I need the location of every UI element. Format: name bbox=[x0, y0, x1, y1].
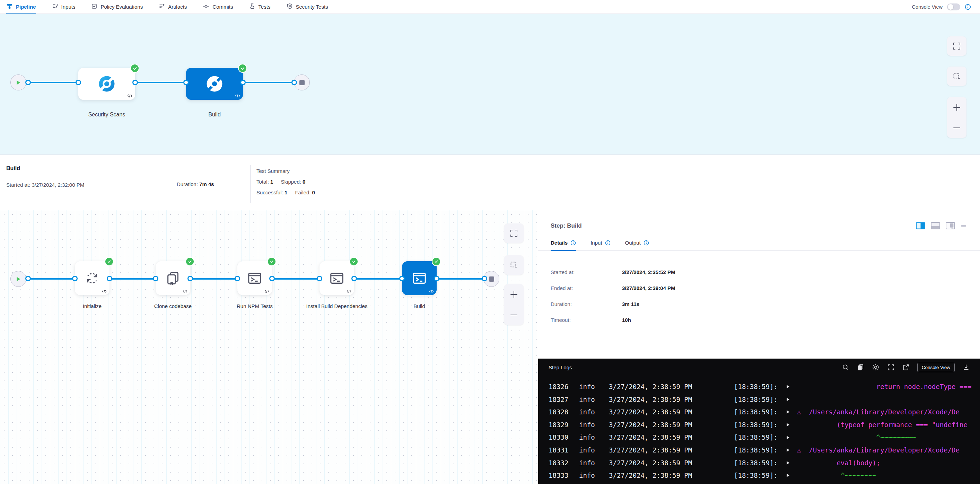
zoom-out-button[interactable] bbox=[947, 117, 966, 138]
port bbox=[235, 276, 240, 281]
tab-output[interactable]: Output bbox=[625, 240, 649, 251]
tab-label: Policy Evaluations bbox=[100, 4, 143, 10]
stage-node-security-scans[interactable] bbox=[78, 68, 135, 100]
expand-line-icon[interactable] bbox=[787, 457, 797, 470]
log-row: 18329info3/27/2024, 2:38:59 PM[18:38:59]… bbox=[549, 419, 980, 431]
pipeline-start-node[interactable] bbox=[10, 75, 26, 90]
zoom-in-button[interactable] bbox=[947, 97, 966, 117]
stage-connector-line bbox=[21, 82, 298, 83]
detail-value: 3/27/2024, 2:35:52 PM bbox=[622, 269, 967, 275]
detail-label: Timeout: bbox=[550, 317, 622, 323]
expand-line-icon[interactable] bbox=[787, 469, 797, 482]
download-logs-icon[interactable] bbox=[963, 364, 970, 371]
fullscreen-icon bbox=[510, 229, 518, 237]
info-icon[interactable] bbox=[644, 240, 649, 246]
canvas-zoom-controls bbox=[504, 284, 523, 325]
expand-line-icon[interactable] bbox=[787, 406, 797, 419]
zoom-in-button[interactable] bbox=[504, 284, 523, 305]
logs-fullscreen-icon[interactable] bbox=[888, 364, 894, 371]
canvas-select-button[interactable] bbox=[504, 255, 523, 275]
info-icon[interactable] bbox=[965, 4, 971, 10]
step-panel-header: Step: Build bbox=[538, 210, 980, 229]
expand-line-icon[interactable] bbox=[787, 393, 797, 406]
stage-start-node[interactable] bbox=[10, 271, 26, 287]
test-summary-title: Test Summary bbox=[256, 166, 315, 176]
pipeline-icon bbox=[6, 3, 13, 11]
settings-gear-icon[interactable] bbox=[872, 363, 880, 371]
tab-input[interactable]: Input bbox=[590, 240, 610, 251]
layout-right-split-button[interactable] bbox=[916, 222, 925, 229]
step-logs-header: Step Logs Console View bbox=[538, 359, 980, 376]
detail-label: Duration: bbox=[550, 301, 622, 307]
stage-label-build: Build bbox=[180, 111, 249, 118]
tab-artifacts[interactable]: Artifacts bbox=[159, 0, 187, 14]
log-row: 18327info3/27/2024, 2:38:59 PM[18:38:59]… bbox=[549, 393, 980, 406]
info-icon[interactable] bbox=[605, 240, 611, 246]
artifacts-icon bbox=[159, 3, 165, 10]
stage-summary: Build Started at: 3/27/2024, 2:32:00 PM … bbox=[0, 154, 980, 210]
canvas-select-button[interactable] bbox=[947, 67, 966, 86]
stage-node-build[interactable] bbox=[186, 68, 243, 100]
canvas-fullscreen-button[interactable] bbox=[504, 224, 523, 243]
layout-bottom-split-button[interactable] bbox=[931, 222, 940, 229]
tab-label: Security Tests bbox=[296, 4, 328, 10]
success-badge bbox=[432, 257, 441, 266]
logs-actions: Console View bbox=[842, 363, 970, 372]
step-label-initialize: Initialize bbox=[59, 303, 125, 310]
log-row: 18330info3/27/2024, 2:38:59 PM[18:38:59]… bbox=[549, 431, 980, 444]
expand-line-icon[interactable] bbox=[787, 419, 797, 431]
summary-divider bbox=[250, 165, 251, 203]
expand-line-icon[interactable] bbox=[787, 381, 797, 393]
stage-label-security-scans: Security Scans bbox=[72, 111, 142, 118]
initialize-icon bbox=[84, 270, 100, 286]
step-node-install-build-dependencies[interactable] bbox=[320, 261, 354, 295]
search-icon[interactable] bbox=[842, 364, 849, 371]
expand-line-icon[interactable] bbox=[787, 444, 797, 457]
flask-icon bbox=[249, 3, 255, 10]
tab-label: Pipeline bbox=[16, 4, 36, 10]
info-icon[interactable] bbox=[570, 240, 576, 246]
canvas-fullscreen-button[interactable] bbox=[947, 36, 966, 56]
minimize-panel-button[interactable] bbox=[961, 222, 967, 229]
tab-security-tests[interactable]: Security Tests bbox=[286, 0, 328, 14]
success-badge bbox=[130, 64, 139, 73]
console-view-toggle[interactable] bbox=[947, 3, 960, 10]
tab-inputs[interactable]: Inputs bbox=[52, 0, 76, 14]
zoom-out-button[interactable] bbox=[504, 305, 523, 325]
tab-tests[interactable]: Tests bbox=[249, 0, 270, 14]
policy-check-icon bbox=[91, 3, 97, 10]
step-details-panel: Step: Build Details Input Output bbox=[538, 210, 980, 484]
expand-line-icon[interactable] bbox=[787, 431, 797, 444]
inputs-icon bbox=[52, 3, 58, 10]
code-template-icon bbox=[183, 290, 188, 293]
tab-commits[interactable]: Commits bbox=[203, 0, 233, 14]
tab-details[interactable]: Details bbox=[550, 240, 576, 251]
selection-box-icon bbox=[510, 261, 518, 269]
console-view-button[interactable]: Console View bbox=[917, 363, 955, 372]
open-external-icon[interactable] bbox=[902, 364, 909, 371]
tab-policy-evaluations[interactable]: Policy Evaluations bbox=[91, 0, 143, 14]
code-template-icon bbox=[102, 290, 107, 293]
code-template-icon bbox=[429, 290, 434, 293]
code-template-icon bbox=[235, 94, 240, 98]
step-node-build[interactable] bbox=[402, 261, 437, 295]
step-node-clone-codebase[interactable] bbox=[156, 261, 190, 295]
copy-logs-icon[interactable] bbox=[857, 364, 864, 371]
step-label-build: Build bbox=[387, 303, 452, 310]
step-label-clone-codebase: Clone codebase bbox=[140, 303, 206, 310]
toggle-knob bbox=[948, 4, 953, 10]
layout-right-panel-button[interactable] bbox=[946, 222, 955, 229]
port bbox=[399, 276, 405, 281]
step-node-initialize[interactable] bbox=[75, 261, 110, 295]
console-view-label: Console View bbox=[912, 4, 943, 10]
tab-label: Commits bbox=[212, 4, 233, 10]
detail-value: 3/27/2024, 2:39:04 PM bbox=[622, 285, 967, 291]
step-node-run-npm-tests[interactable] bbox=[237, 261, 272, 295]
test-summary-row1: Total: 1 Skipped: 0 bbox=[256, 176, 315, 187]
detail-label: Ended at: bbox=[550, 285, 622, 291]
port bbox=[153, 276, 158, 281]
stage-summary-main: Build Started at: 3/27/2024, 2:32:00 PM bbox=[6, 165, 177, 210]
port bbox=[25, 80, 31, 85]
step-panel-title: Step: Build bbox=[550, 222, 582, 229]
tab-pipeline[interactable]: Pipeline bbox=[6, 0, 36, 14]
